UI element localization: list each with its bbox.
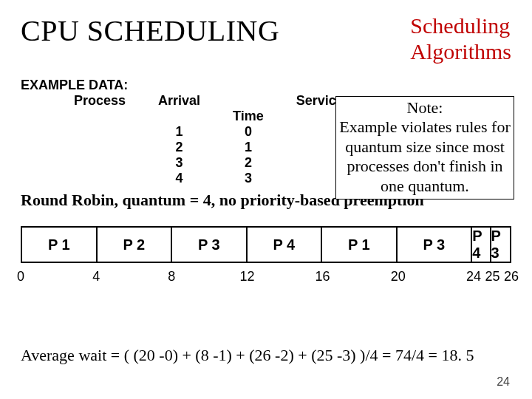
gantt-segment: P 1 (322, 228, 398, 262)
cell-p: 1 (142, 124, 216, 140)
cell-arr: 0 (216, 124, 280, 140)
title-right-line2: Algorithms (410, 39, 511, 64)
average-wait-line: Average wait = ( (20 -0) + (8 -1) + (26 … (21, 346, 511, 365)
gantt-segment: P 4 (472, 228, 491, 262)
gantt-tick: 26 (504, 269, 519, 284)
title-right-line1: Scheduling (410, 13, 510, 38)
gantt-tick: 20 (391, 269, 406, 284)
gantt-segment: P 3 (172, 228, 248, 262)
note-box: Note: Example violates rules for quantum… (335, 96, 514, 200)
gantt-tick: 25 (485, 269, 499, 284)
note-title: Note: (407, 98, 443, 117)
cell-p: 3 (142, 155, 216, 171)
title-left: CPU SCHEDULING (21, 13, 279, 48)
example-data-header: EXAMPLE DATA: (21, 78, 511, 93)
gantt-chart: P 1P 2P 3P 4P 1P 3P 4P 3 048121620242526 (21, 226, 511, 293)
gantt-tick: 16 (316, 269, 330, 284)
page-number: 24 (497, 375, 510, 389)
gantt-bar: P 1P 2P 3P 4P 1P 3P 4P 3 (21, 226, 511, 263)
gantt-segment: P 4 (248, 228, 323, 262)
cell-p: 4 (142, 171, 216, 186)
note-body: Example violates rules for quantum size … (339, 117, 511, 194)
col-process: Process (58, 93, 142, 109)
gantt-segment: P 3 (491, 228, 510, 262)
gantt-tick: 8 (168, 269, 175, 284)
gantt-segment: P 1 (22, 228, 98, 262)
gantt-tick: 0 (17, 269, 24, 284)
gantt-segment: P 3 (398, 228, 473, 262)
gantt-segment: P 2 (98, 228, 173, 262)
title-row: CPU SCHEDULING Scheduling Algorithms (21, 13, 511, 64)
col-arrival: Arrival (142, 93, 216, 109)
col-time-arr: Time (216, 109, 280, 124)
cell-arr: 3 (216, 171, 280, 186)
title-right: Scheduling Algorithms (410, 13, 511, 64)
slide: CPU SCHEDULING Scheduling Algorithms EXA… (0, 0, 532, 399)
cell-arr: 1 (216, 140, 280, 155)
cell-arr: 2 (216, 155, 280, 171)
gantt-tick: 4 (92, 269, 100, 284)
cell-p: 2 (142, 140, 216, 155)
gantt-tick: 12 (239, 269, 254, 284)
gantt-tick: 24 (466, 269, 481, 284)
